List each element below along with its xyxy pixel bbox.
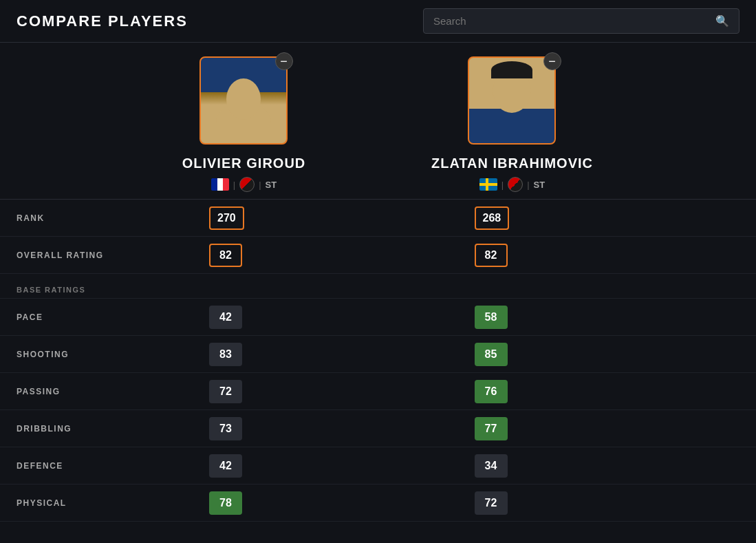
physical-player1: 78: [209, 491, 475, 515]
search-bar: 🔍: [423, 8, 739, 34]
physical-label: PHYSICAL: [17, 498, 209, 508]
passing-row: PASSING 72 76: [0, 373, 756, 410]
shooting-player2: 85: [475, 343, 740, 366]
player2-remove-button[interactable]: −: [543, 52, 561, 70]
rank-values: 270 268: [209, 206, 739, 230]
dribbling-player1: 73: [209, 417, 475, 440]
rank-player1: 270: [209, 206, 475, 230]
search-input[interactable]: [433, 15, 710, 27]
player2-card: − ZLATAN IBRAHIMOVIC | | ST: [378, 56, 647, 192]
passing-player2-badge: 76: [475, 380, 508, 403]
shooting-player1: 83: [209, 343, 475, 366]
players-section: − OLIVIER GIROUD | | ST − ZLATAN IBRAHIM…: [0, 43, 756, 199]
pace-player1: 42: [209, 306, 475, 329]
pace-row: PACE 42 58: [0, 299, 756, 336]
player1-club-icon: [239, 177, 255, 192]
player2-club-icon: [508, 177, 523, 192]
page-title: COMPARE PLAYERS: [17, 12, 188, 30]
header: COMPARE PLAYERS 🔍: [0, 0, 756, 43]
dribbling-player2-badge: 77: [475, 417, 508, 440]
rank-player2: 268: [475, 206, 740, 230]
overall-player1-badge: 82: [209, 244, 242, 267]
player1-club-badge: [239, 177, 255, 192]
dribbling-row: DRIBBLING 73 77: [0, 410, 756, 447]
passing-label: PASSING: [17, 387, 209, 396]
player1-flag: [211, 178, 229, 191]
defence-label: DEFENCE: [17, 461, 209, 471]
rank-player2-badge: 268: [475, 206, 510, 230]
overall-values: 82 82: [209, 244, 739, 267]
player2-sep2: |: [527, 180, 529, 190]
dribbling-player2: 77: [475, 417, 740, 440]
physical-player1-badge: 78: [209, 491, 242, 515]
player2-avatar: [468, 56, 556, 145]
shooting-player2-badge: 85: [475, 343, 508, 366]
stats-table: RANK 270 268 OVERALL RATING 82 82 BASE R…: [0, 199, 756, 522]
player2-club-badge: [508, 177, 523, 192]
player1-name: OLIVIER GIROUD: [182, 156, 306, 171]
defence-player1-badge: 42: [209, 454, 242, 478]
base-ratings-label: BASE RATINGS: [17, 286, 209, 294]
pace-values: 42 58: [209, 306, 739, 329]
dribbling-player1-badge: 73: [209, 417, 242, 440]
player2-flag: [479, 178, 497, 191]
player1-sep1: |: [233, 180, 235, 190]
shooting-row: SHOOTING 83 85: [0, 336, 756, 373]
player2-meta: | | ST: [479, 177, 545, 192]
defence-player2-badge: 34: [475, 454, 508, 478]
player1-avatar: [199, 56, 288, 145]
pace-label: PACE: [17, 312, 209, 322]
overall-row: OVERALL RATING 82 82: [0, 237, 756, 274]
passing-player1-badge: 72: [209, 380, 242, 403]
passing-player2: 76: [475, 380, 740, 403]
search-icon: 🔍: [715, 14, 729, 28]
physical-player2: 72: [475, 491, 740, 515]
overall-player1: 82: [209, 244, 475, 267]
pace-player2-badge: 58: [475, 306, 508, 329]
overall-player2: 82: [475, 244, 740, 267]
defence-player1: 42: [209, 454, 475, 478]
player1-remove-button[interactable]: −: [275, 52, 293, 70]
dribbling-label: DRIBBLING: [17, 424, 209, 434]
rank-player1-badge: 270: [209, 206, 244, 230]
physical-row: PHYSICAL 78 72: [0, 485, 756, 522]
player1-avatar-wrap: −: [199, 56, 289, 146]
shooting-values: 83 85: [209, 343, 739, 366]
rank-row: RANK 270 268: [0, 200, 756, 237]
dribbling-values: 73 77: [209, 417, 739, 440]
physical-values: 78 72: [209, 491, 739, 515]
player1-meta: | | ST: [211, 177, 277, 192]
player2-sep1: |: [501, 180, 504, 190]
pace-player1-badge: 42: [209, 306, 242, 329]
defence-row: DEFENCE 42 34: [0, 447, 756, 485]
passing-values: 72 76: [209, 380, 739, 403]
base-ratings-header: BASE RATINGS: [0, 274, 756, 299]
passing-player1: 72: [209, 380, 475, 403]
rank-label: RANK: [17, 213, 209, 223]
shooting-player1-badge: 83: [209, 343, 242, 366]
defence-player2: 34: [475, 454, 740, 478]
overall-label: OVERALL RATING: [17, 251, 209, 260]
overall-player2-badge: 82: [475, 244, 508, 267]
shooting-label: SHOOTING: [17, 350, 209, 359]
player2-name: ZLATAN IBRAHIMOVIC: [431, 156, 593, 171]
player2-avatar-wrap: −: [468, 56, 557, 146]
player1-sep2: |: [259, 180, 261, 190]
player1-position: ST: [266, 180, 277, 190]
pace-player2: 58: [475, 306, 740, 329]
defence-values: 42 34: [209, 454, 739, 478]
physical-player2-badge: 72: [475, 491, 508, 515]
player1-card: − OLIVIER GIROUD | | ST: [110, 56, 378, 192]
player2-position: ST: [534, 180, 546, 190]
